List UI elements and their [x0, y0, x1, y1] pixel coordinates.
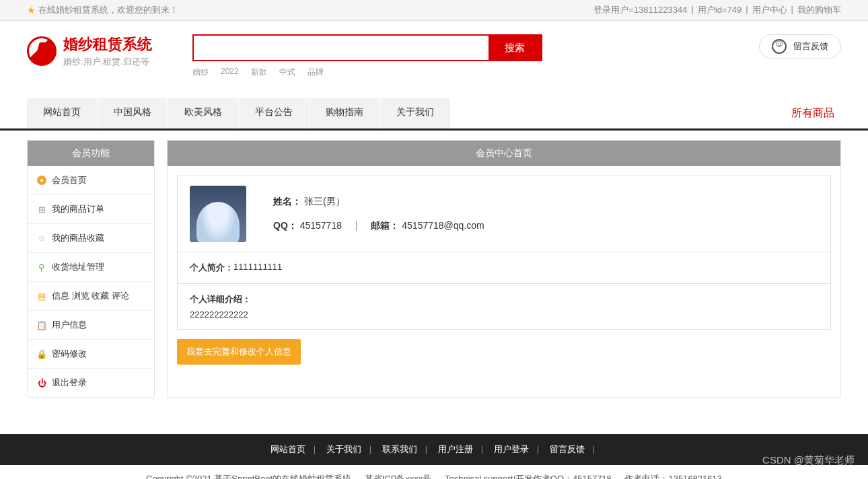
login-user[interactable]: 登录用户=13811223344	[593, 4, 687, 16]
main-nav: 网站首页 中国风格 欧美风格 平台公告 购物指南 关于我们 所有商品	[0, 98, 868, 131]
footer: 网站首页| 关于我们| 联系我们| 用户注册| 用户登录| 留言反馈|	[0, 434, 868, 465]
lock-icon: 🔒	[37, 349, 46, 359]
author-phone: 作者电话：13516821613	[624, 474, 722, 479]
home-icon: ●	[37, 176, 46, 185]
sidebar-item-address[interactable]: ⚲ 收货地址管理	[28, 253, 154, 282]
topbar-left: ★ 在线婚纱租赁系统，欢迎您的到来！	[27, 4, 178, 16]
header: 婚纱租赁系统 婚纱.用户.租赁.归还等 搜索 婚纱 2022 新款 中式 品牌 …	[0, 21, 868, 91]
star-icon: ★	[27, 5, 36, 15]
location-icon: ⚲	[37, 262, 46, 272]
watermark: CSDN @黄菊华老师	[762, 454, 855, 467]
search-area: 搜索 婚纱 2022 新款 中式 品牌	[192, 34, 542, 78]
user-center-link[interactable]: 用户中心	[752, 4, 787, 16]
footer-login[interactable]: 用户登录	[494, 444, 529, 454]
footer-home[interactable]: 网站首页	[270, 444, 305, 454]
info-box: 姓名： 张三(男） QQ： 45157718 | 邮箱： 45157718@qq…	[177, 176, 831, 330]
nav-home[interactable]: 网站首页	[27, 98, 97, 128]
sidebar-item-label: 会员首页	[52, 174, 87, 186]
icp-text: 某省ICP备xxxx号	[365, 474, 432, 479]
topbar: ★ 在线婚纱租赁系统，欢迎您的到来！ 登录用户=13811223344| 用户i…	[0, 0, 868, 21]
sidebar-item-logout[interactable]: ⏻ 退出登录	[28, 369, 154, 397]
sidebar: 会员功能 ● 会员首页 ⊞ 我的商品订单 ☆ 我的商品收藏 ⚲ 收货地址管理 ▤…	[27, 140, 155, 398]
sidebar-title: 会员功能	[28, 141, 154, 166]
clipboard-icon: 📋	[37, 320, 46, 330]
name-value: 张三(男）	[304, 196, 345, 207]
footer-about[interactable]: 关于我们	[326, 444, 361, 454]
nav-announcement[interactable]: 平台公告	[239, 98, 309, 128]
tag-brand[interactable]: 品牌	[308, 67, 324, 78]
sidebar-item-messages[interactable]: ▤ 信息 浏览 收藏 评论	[28, 282, 154, 311]
welcome-text: 在线婚纱租赁系统，欢迎您的到来！	[38, 4, 178, 16]
content-panel: 会员中心首页 姓名： 张三(男） QQ： 45157718 | 邮箱： 4515…	[167, 140, 841, 398]
nav-about[interactable]: 关于我们	[380, 98, 450, 128]
detail-value: 222222222222	[190, 309, 248, 320]
sidebar-item-userinfo[interactable]: 📋 用户信息	[28, 311, 154, 340]
info-fields: 姓名： 张三(男） QQ： 45157718 | 邮箱： 45157718@qq…	[273, 196, 818, 232]
tag-wedding[interactable]: 婚纱	[192, 67, 209, 78]
name-label: 姓名：	[273, 196, 301, 207]
footer-contact[interactable]: 联系我们	[382, 444, 417, 454]
footer-feedback[interactable]: 留言反馈	[550, 444, 585, 454]
sidebar-item-label: 信息 浏览 收藏 评论	[52, 290, 129, 302]
sidebar-item-password[interactable]: 🔒 密码修改	[28, 340, 154, 369]
sidebar-item-orders[interactable]: ⊞ 我的商品订单	[28, 195, 154, 224]
info-row-bio: 个人简介： 1111111111	[178, 252, 830, 284]
headset-icon	[772, 39, 787, 54]
sidebar-item-label: 我的商品收藏	[52, 232, 104, 244]
content-title: 会员中心首页	[168, 141, 840, 166]
contact-line: QQ： 45157718 | 邮箱： 45157718@qq.com	[273, 220, 818, 232]
logo-icon	[27, 36, 57, 66]
footer-register[interactable]: 用户注册	[438, 444, 473, 454]
power-icon: ⏻	[37, 378, 46, 388]
search-input[interactable]	[194, 36, 489, 60]
user-id[interactable]: 用户id=749	[698, 4, 742, 16]
tag-new[interactable]: 新款	[251, 67, 267, 78]
sidebar-item-label: 用户信息	[52, 319, 87, 331]
copyright: Copyright ©2021 基于SprintBoot的在线婚纱租赁系统 某省…	[0, 465, 868, 479]
topbar-right: 登录用户=13811223344| 用户id=749| 用户中心| 我的购物车	[593, 4, 841, 16]
avatar	[190, 186, 246, 242]
nav-all-products[interactable]: 所有商品	[785, 98, 841, 128]
logo-text: 婚纱租赁系统 婚纱.用户.租赁.归还等	[63, 34, 152, 68]
sidebar-item-favorites[interactable]: ☆ 我的商品收藏	[28, 224, 154, 253]
tag-chinese[interactable]: 中式	[279, 67, 295, 78]
sidebar-item-home[interactable]: ● 会员首页	[28, 166, 154, 195]
info-row-detail: 个人详细介绍： 222222222222	[178, 284, 830, 329]
site-subtitle: 婚纱.用户.租赁.归还等	[63, 56, 152, 68]
feedback-button[interactable]: 留言反馈	[759, 34, 841, 59]
site-title: 婚纱租赁系统	[63, 34, 152, 54]
email-label: 邮箱：	[371, 220, 399, 231]
bio-value: 1111111111	[233, 262, 282, 272]
main-content: 会员功能 ● 会员首页 ⊞ 我的商品订单 ☆ 我的商品收藏 ⚲ 收货地址管理 ▤…	[0, 131, 868, 407]
sidebar-item-label: 密码修改	[52, 348, 87, 360]
copyright-text: Copyright ©2021 基于SprintBoot的在线婚纱租赁系统	[146, 474, 351, 479]
tech-support: Technical support/开发作者QQ：45157718	[445, 474, 612, 479]
document-icon: ▤	[37, 291, 46, 301]
qq-value: 45157718	[300, 220, 342, 231]
separator: |	[355, 220, 358, 231]
nav-chinese-style[interactable]: 中国风格	[98, 98, 168, 128]
tag-2022[interactable]: 2022	[221, 67, 239, 78]
qq-label: QQ：	[273, 220, 297, 231]
detail-label: 个人详细介绍：	[190, 293, 251, 305]
star-icon: ☆	[37, 233, 46, 243]
search-button[interactable]: 搜索	[489, 36, 541, 60]
nav-shopping-guide[interactable]: 购物指南	[310, 98, 379, 128]
name-line: 姓名： 张三(男）	[273, 196, 818, 208]
cart-link[interactable]: 我的购物车	[797, 4, 841, 16]
sidebar-item-label: 我的商品订单	[52, 203, 104, 215]
sidebar-item-label: 收货地址管理	[52, 261, 104, 273]
search-box: 搜索	[192, 34, 542, 61]
email-value: 45157718@qq.com	[402, 220, 484, 231]
sidebar-item-label: 退出登录	[52, 377, 87, 389]
nav-western-style[interactable]: 欧美风格	[168, 98, 238, 128]
feedback-label: 留言反馈	[793, 40, 828, 52]
logo-area[interactable]: 婚纱租赁系统 婚纱.用户.租赁.归还等	[27, 34, 152, 68]
edit-profile-button[interactable]: 我要去完善和修改个人信息	[177, 339, 301, 365]
search-tags: 婚纱 2022 新款 中式 品牌	[192, 67, 542, 78]
order-icon: ⊞	[37, 205, 46, 214]
info-row-basic: 姓名： 张三(男） QQ： 45157718 | 邮箱： 45157718@qq…	[178, 176, 830, 252]
bio-label: 个人简介：	[190, 262, 233, 274]
